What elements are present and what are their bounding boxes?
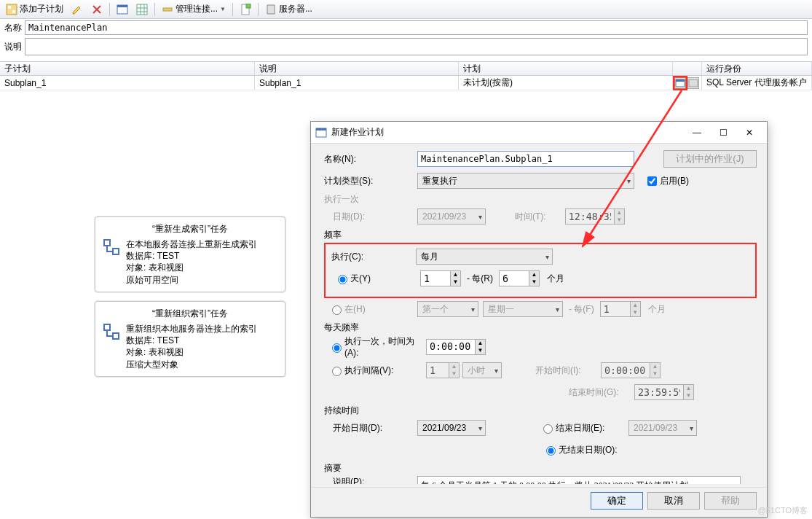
servers-label: 服务器... <box>279 3 312 15</box>
no-end-date-label: 无结束日期(O): <box>559 444 618 456</box>
rebuild-index-task[interactable]: “重新生成索引”任务 在本地服务器连接上重新生成索引 数据库: TEST 对象:… <box>95 216 285 292</box>
once-time-input: ▲▼ <box>565 208 625 225</box>
svg-rect-16 <box>113 333 119 339</box>
type-label: 计划类型(S): <box>324 175 417 187</box>
cell-subplan[interactable]: Subplan_1 <box>0 76 255 90</box>
plan-name-input[interactable] <box>25 20 808 35</box>
time-label: 时间(T): <box>515 211 546 223</box>
new-job-schedule-dialog: 新建作业计划 — ☐ ✕ 名称(N): 计划中的作业(J) 计划类型(S): 重… <box>310 121 768 518</box>
cell-runas[interactable]: SQL Server 代理服务帐户 <box>702 76 812 90</box>
frequency-highlight: 执行(C): 每月 天(Y) ▲▼ - 每(R) ▲▼ 个月 <box>324 243 757 298</box>
plan-desc-input[interactable] <box>25 38 808 55</box>
task-line: 对象: 表和视图 <box>126 262 257 273</box>
task-line: 重新组织本地服务器连接上的索引 <box>126 323 257 335</box>
schedule-button[interactable] <box>674 77 686 89</box>
minimize-button[interactable]: — <box>684 124 710 141</box>
once-at-time-input[interactable]: ▲▼ <box>426 339 486 355</box>
grid-button[interactable] <box>133 2 151 17</box>
end-date-input: 2021/09/23 <box>628 420 697 436</box>
col-sched[interactable]: 计划 <box>459 62 673 75</box>
svg-rect-5 <box>137 4 147 15</box>
task-line: 压缩大型对象 <box>126 359 257 370</box>
reorganize-icon <box>103 323 122 370</box>
month-unit2: 个月 <box>641 303 666 316</box>
dialog-body: 名称(N): 计划中的作业(J) 计划类型(S): 重复执行 启用(B) 执行一… <box>311 144 767 484</box>
delete-icon <box>91 4 103 15</box>
close-button[interactable]: ✕ <box>736 124 762 141</box>
calendar-button[interactable] <box>114 2 131 17</box>
task-line: 数据库: TEST <box>126 335 257 346</box>
svg-rect-12 <box>689 79 698 87</box>
once-section-label: 执行一次 <box>324 193 757 206</box>
every2-input: ▲▼ <box>600 301 641 317</box>
dialog-titlebar[interactable]: 新建作业计划 — ☐ ✕ <box>311 122 767 144</box>
interval-label: 执行间隔(V): <box>344 364 426 377</box>
svg-rect-11 <box>676 79 685 82</box>
enabled-label: 启用(B) <box>660 175 689 187</box>
manage-connections-button[interactable]: 管理连接... ▼ <box>159 1 229 17</box>
toolbar: 添加子计划 管理连接... ▼ 服务器... <box>0 0 812 19</box>
summary-text <box>417 476 741 484</box>
server-icon <box>265 4 277 15</box>
the-radio[interactable] <box>332 305 342 315</box>
end-date-label: 结束日期(E): <box>556 422 628 434</box>
interval-radio[interactable] <box>332 367 342 376</box>
name-label: 名称 <box>4 22 25 34</box>
day-label: 天(Y) <box>350 273 420 285</box>
calendar-icon <box>315 127 327 138</box>
start-date-input[interactable]: 2021/09/23 <box>417 420 486 436</box>
interval-value-input: ▲▼ <box>426 362 460 378</box>
svg-rect-13 <box>104 240 110 246</box>
task-line: 对象: 表和视图 <box>126 346 257 358</box>
occurs-select[interactable]: 每月 <box>416 249 553 265</box>
enabled-checkbox[interactable] <box>647 176 657 186</box>
connection-icon <box>162 4 173 15</box>
separator <box>154 3 155 16</box>
calendar-icon <box>117 4 128 15</box>
help-button: 帮助 <box>704 492 757 510</box>
add-subplan-button[interactable]: 添加子计划 <box>3 1 66 17</box>
every-month-input[interactable]: ▲▼ <box>499 270 540 286</box>
svg-rect-15 <box>104 324 110 330</box>
start-time-input: ▲▼ <box>601 362 661 378</box>
date-label: 日期(D): <box>324 211 417 223</box>
cell-sched: 未计划(按需) <box>459 76 673 90</box>
delete-button[interactable] <box>88 2 106 17</box>
ok-button[interactable]: 确定 <box>591 492 643 510</box>
the-label: 在(H) <box>344 303 417 316</box>
subplan-icon <box>6 4 17 15</box>
day-number-input[interactable]: ▲▼ <box>420 270 461 286</box>
name-row: 名称 <box>0 19 812 36</box>
rebuild-icon <box>103 238 122 286</box>
once-date-input: 2021/09/23 <box>417 208 486 225</box>
svg-rect-14 <box>113 249 119 254</box>
edit-icon <box>71 4 83 15</box>
task-details: 重新组织本地服务器连接上的索引 数据库: TEST 对象: 表和视图 压缩大型对… <box>126 323 257 370</box>
chevron-down-icon: ▼ <box>220 6 226 12</box>
remove-schedule-button[interactable] <box>687 77 699 89</box>
edit-subplan-button[interactable] <box>68 2 86 17</box>
separator <box>232 3 233 16</box>
task-line: 在本地服务器连接上重新生成索引 <box>126 238 257 250</box>
schedule-type-select[interactable]: 重复执行 <box>417 173 634 189</box>
summary-section: 摘要 <box>324 462 757 475</box>
col-desc[interactable]: 说明 <box>255 62 459 75</box>
table-row[interactable]: Subplan_1 Subplan_1 未计划(按需) SQL Server 代… <box>0 76 812 90</box>
maximize-button[interactable]: ☐ <box>710 124 736 141</box>
dialog-buttons: 确定 取消 帮助 <box>311 487 767 517</box>
once-at-radio[interactable] <box>332 343 342 353</box>
col-subplan[interactable]: 子计划 <box>0 62 255 75</box>
col-runas[interactable]: 运行身份 <box>702 62 812 75</box>
schedule-name-input[interactable] <box>417 151 634 167</box>
report-button[interactable] <box>237 2 254 17</box>
servers-button[interactable]: 服务器... <box>262 1 315 17</box>
end-date-radio[interactable] <box>543 424 553 434</box>
reorganize-index-task[interactable]: “重新组织索引”任务 重新组织本地服务器连接上的索引 数据库: TEST 对象:… <box>95 301 285 377</box>
no-end-date-radio[interactable] <box>546 446 556 456</box>
cell-desc[interactable]: Subplan_1 <box>255 76 459 90</box>
watermark: @51CTO博客 <box>758 505 808 516</box>
grid-icon <box>136 4 148 15</box>
cancel-button[interactable]: 取消 <box>647 492 700 510</box>
svg-rect-9 <box>267 5 275 14</box>
day-radio[interactable] <box>338 275 347 284</box>
